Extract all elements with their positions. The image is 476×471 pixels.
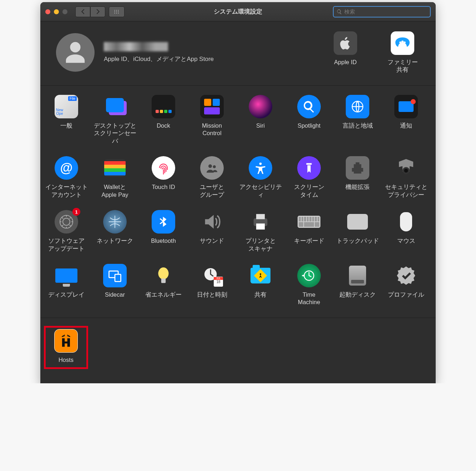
- pref-touch-id[interactable]: Touch ID: [141, 156, 186, 199]
- pref-energy-saver[interactable]: 省エネルギー: [141, 264, 186, 306]
- pref-label: インターネット アカウント: [45, 183, 88, 199]
- user-name-redacted: [104, 42, 168, 51]
- pref-printers-scanners[interactable]: プリンタと スキャナ: [238, 210, 283, 252]
- pref-hosts[interactable]: Hosts: [46, 329, 86, 364]
- pref-label: アクセシビリティ: [238, 183, 283, 199]
- pref-extensions[interactable]: 機能拡張: [335, 156, 380, 199]
- network-icon: [103, 210, 127, 234]
- pref-sound[interactable]: サウンド: [189, 210, 234, 252]
- time-machine-icon: [297, 264, 321, 287]
- pref-mouse[interactable]: マウス: [384, 210, 429, 252]
- pref-keyboard[interactable]: キーボード: [287, 210, 331, 252]
- pref-notifications[interactable]: 通知: [384, 95, 429, 145]
- pref-label: Bluetooth: [151, 237, 176, 245]
- pref-label: Touch ID: [152, 183, 175, 191]
- system-preferences-window: システム環境設定 Apple ID、iCloud、メディアとApp Store …: [40, 2, 436, 383]
- pref-desktop-screensaver[interactable]: デスクトップと スクリーンセーバ: [92, 95, 137, 145]
- keyboard-icon: [297, 210, 321, 234]
- language-icon: [346, 95, 369, 118]
- svg-point-22: [260, 273, 261, 275]
- pref-label: Mission Control: [202, 122, 222, 137]
- svg-point-11: [404, 169, 408, 173]
- pref-label: 一般: [60, 122, 72, 129]
- energy-saver-icon: [152, 264, 175, 287]
- pref-general[interactable]: File NewOpe 一般: [44, 95, 89, 145]
- svg-point-7: [208, 164, 212, 168]
- pref-apple-id[interactable]: Apple ID: [323, 31, 368, 74]
- minimize-window-button[interactable]: [54, 9, 59, 14]
- account-header: Apple ID、iCloud、メディアとApp Store Apple ID …: [40, 21, 436, 86]
- pref-accessibility[interactable]: アクセシビリティ: [238, 156, 283, 199]
- svg-rect-15: [256, 214, 265, 219]
- general-icon: File NewOpe: [55, 95, 78, 118]
- search-input[interactable]: [344, 9, 427, 15]
- pref-spotlight[interactable]: Spotlight: [287, 95, 331, 145]
- pref-label: キーボード: [294, 237, 324, 245]
- mouse-icon: [394, 210, 418, 234]
- pref-label: スクリーン タイム: [294, 183, 324, 199]
- svg-point-9: [259, 163, 262, 165]
- notifications-icon: [394, 95, 418, 118]
- pref-internet-accounts[interactable]: @ インターネット アカウント: [44, 156, 89, 199]
- back-button[interactable]: [75, 6, 90, 17]
- pref-label: Sidecar: [105, 291, 125, 298]
- pref-label: Time Machine: [298, 291, 320, 306]
- window-controls: [45, 9, 67, 14]
- touch-id-icon: [152, 156, 175, 180]
- pref-label: Spotlight: [298, 122, 320, 129]
- pref-mission-control[interactable]: Mission Control: [189, 95, 234, 145]
- pref-trackpad[interactable]: トラックパッド: [335, 210, 380, 252]
- pref-label: プリンタと スキャナ: [245, 237, 276, 252]
- svg-rect-20: [161, 278, 166, 283]
- pref-language-region[interactable]: 言語と地域: [335, 95, 380, 145]
- pref-dock[interactable]: Dock: [141, 95, 186, 145]
- titlebar: システム環境設定: [40, 2, 436, 21]
- pref-software-update[interactable]: 1 ソフトウェア アップデート: [44, 210, 89, 252]
- search-icon: [336, 9, 342, 15]
- svg-rect-16: [256, 224, 265, 230]
- pref-wallet-applepay[interactable]: Walletと Apple Pay: [92, 156, 137, 199]
- pref-label: Apple ID: [334, 58, 356, 66]
- search-field[interactable]: [333, 6, 431, 17]
- svg-rect-5: [404, 44, 406, 46]
- pref-startup-disk[interactable]: 起動ディスク: [335, 264, 380, 306]
- pref-screen-time[interactable]: スクリーン タイム: [287, 156, 331, 199]
- close-window-button[interactable]: [45, 9, 50, 14]
- pref-profiles[interactable]: プロファイル: [384, 264, 429, 306]
- avatar: [56, 33, 95, 72]
- svg-point-19: [158, 267, 168, 279]
- mission-control-icon: [200, 95, 224, 118]
- user-info: Apple ID、iCloud、メディアとApp Store: [104, 42, 214, 63]
- trackpad-icon: [346, 210, 369, 234]
- pref-sidecar[interactable]: Sidecar: [92, 264, 137, 306]
- printer-icon: [249, 210, 272, 234]
- pref-time-machine[interactable]: Time Machine: [287, 264, 331, 306]
- spotlight-icon: [297, 95, 321, 118]
- pref-label: セキュリティと プライバシー: [385, 183, 427, 199]
- show-all-button[interactable]: [109, 6, 125, 17]
- pref-label: 省エネルギー: [145, 291, 182, 298]
- dock-icon: [152, 95, 175, 118]
- wallet-icon: [103, 156, 127, 180]
- pref-label: 起動ディスク: [339, 291, 376, 298]
- zoom-window-button[interactable]: [62, 9, 67, 14]
- pref-label: ディスプレイ: [48, 291, 85, 298]
- forward-button[interactable]: [90, 6, 105, 17]
- update-badge: 1: [72, 208, 80, 216]
- pref-label: 通知: [400, 122, 412, 129]
- pref-bluetooth[interactable]: Bluetooth: [141, 210, 186, 252]
- pref-users-groups[interactable]: ユーザと グループ: [189, 156, 234, 199]
- highlight-box: Hosts: [44, 326, 88, 369]
- pref-security-privacy[interactable]: セキュリティと プライバシー: [384, 156, 429, 199]
- pref-displays[interactable]: ディスプレイ: [44, 264, 89, 306]
- pref-date-time[interactable]: JUL18 日付と時刻: [189, 264, 234, 306]
- pref-label: ネットワーク: [97, 237, 133, 245]
- pref-label: 機能拡張: [345, 183, 370, 191]
- pref-label: ソフトウェア アップデート: [48, 237, 85, 252]
- pref-siri[interactable]: Siri: [238, 95, 283, 145]
- svg-rect-3: [399, 44, 401, 46]
- family-sharing-icon: [391, 31, 414, 55]
- pref-network[interactable]: ネットワーク: [92, 210, 137, 252]
- pref-family-sharing[interactable]: ファミリー 共有: [380, 31, 425, 74]
- pref-sharing[interactable]: 共有: [238, 264, 283, 306]
